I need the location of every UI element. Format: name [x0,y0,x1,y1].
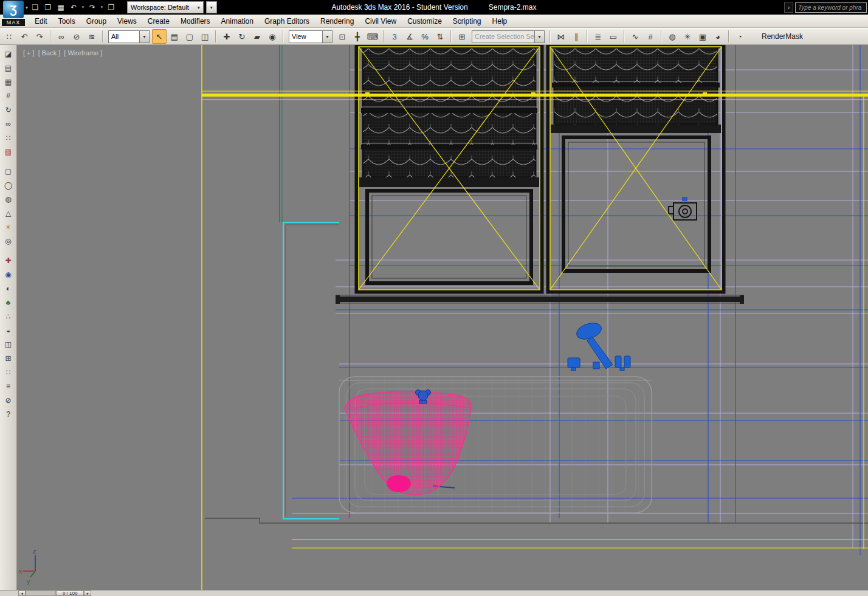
schematic-view-icon[interactable]: # [643,29,658,44]
viewport-menu-general[interactable]: [ + ] [23,49,35,57]
undo-flyout-icon[interactable]: ▾ [80,1,86,13]
light-tool-icon[interactable]: ☀ [2,221,15,233]
snaps-toggle-3d-icon[interactable]: 3 [387,29,402,44]
redo-icon[interactable]: ↷ [86,1,98,13]
select-and-rotate-icon[interactable]: ↻ [235,29,249,44]
no-render-icon[interactable]: ⊘ [2,394,15,406]
search-input[interactable] [795,2,867,13]
viewport-layout-icon[interactable]: ◪ [2,48,15,60]
paint-deform-icon[interactable]: ✚ [2,255,15,267]
new-file-icon[interactable]: ❏ [29,1,41,13]
3dsmax-logo-icon[interactable]: Ʒ [3,1,24,18]
menu-scripting[interactable]: Scripting [447,15,487,27]
menu-create[interactable]: Create [142,15,175,27]
rectangle-tool-icon[interactable]: ▢ [2,165,15,177]
time-slider-handle[interactable]: 0 / 100 [56,591,84,596]
window-crossing-icon[interactable]: ◫ [198,29,212,44]
table-icon[interactable]: ⊞ [2,352,15,365]
open-file-icon[interactable]: ❒ [42,1,54,13]
app-logo[interactable]: Ʒ MAX [2,1,25,27]
window-sill[interactable] [336,295,744,304]
pivot-icon[interactable]: ◉ [2,269,15,281]
spray-icon[interactable]: ∴ [2,310,15,323]
render-setup-icon[interactable]: ✳ [680,29,695,44]
sphere-tool-icon[interactable]: ◍ [2,193,15,205]
target-tool-icon[interactable]: ◎ [2,235,15,247]
select-by-name-icon[interactable]: ▤ [167,29,182,44]
grid-toggle-icon[interactable]: ▦ [2,76,15,88]
material-editor-icon[interactable]: ◍ [665,29,680,44]
cone-tool-icon[interactable]: △ [2,207,15,219]
render-preview-icon[interactable]: ▧ [2,146,15,158]
previous-frame-icon[interactable]: ◄ [18,591,26,596]
rectangular-selection-region-icon[interactable]: ▢ [182,29,197,44]
menu-group[interactable]: Group [81,15,112,27]
menu-tools[interactable]: Tools [53,15,81,27]
menu-modifiers[interactable]: Modifiers [175,15,216,27]
named-selection-sets-dropdown[interactable]: Create Selection Se ▾ [472,30,545,43]
undo-icon[interactable]: ↶ [67,1,80,13]
save-file-icon[interactable]: ▦ [55,1,67,13]
viewport-menu-pov[interactable]: [ Back ] [38,49,61,57]
lattice-icon[interactable]: # [2,90,15,102]
list-icon[interactable]: ≡ [2,380,15,392]
select-and-link-icon[interactable]: ∞ [54,29,69,44]
menu-civil-view[interactable]: Civil View [359,15,402,27]
edit-named-selection-sets-icon[interactable]: ⊞ [455,29,469,44]
render-production-icon[interactable]: ◕ [711,29,725,44]
use-pivot-point-center-icon[interactable]: ⊡ [335,29,350,44]
menu-edit[interactable]: Edit [29,15,53,27]
workspace-dropdown[interactable]: Workspace: Default ▾ [127,1,204,13]
next-frame-icon[interactable]: ► [84,591,91,596]
mirror-icon[interactable]: ⋈ [554,29,568,44]
keyboard-shortcut-override-icon[interactable]: ⌨ [365,29,380,44]
search-expand-icon[interactable]: › [784,2,793,13]
reference-coordinate-system-dropdown[interactable]: View ▾ [289,30,332,43]
wall-outline-cyan[interactable] [280,45,339,519]
menu-graph-editors[interactable]: Graph Editors [259,15,315,27]
undo-icon[interactable]: ↶ [17,29,32,44]
ellipse-tool-icon[interactable]: ◯ [2,179,15,191]
manage-layers-icon[interactable]: ≣ [591,29,605,44]
material-sphere-icon[interactable]: ◐ [2,283,15,295]
curve-editor-icon[interactable]: ∿ [628,29,642,44]
rendered-frame-window-icon[interactable]: ▣ [695,29,710,44]
select-and-place-icon[interactable]: ◉ [265,29,280,44]
select-and-manipulate-icon[interactable]: ╋ [350,29,365,44]
window-tool-icon[interactable]: ◫ [2,338,15,351]
render-iterative-icon[interactable]: ◔ [732,29,747,44]
select-object-icon[interactable]: ↖ [152,29,167,44]
app-menu-caret-icon[interactable]: ▾ [26,5,28,10]
percent-snap-icon[interactable]: % [418,29,432,44]
selection-filter-dropdown[interactable]: All ▾ [108,30,150,43]
menu-rendering[interactable]: Rendering [315,15,359,27]
select-and-move-icon[interactable]: ✚ [219,29,234,44]
unlink-selection-icon[interactable]: ⊘ [69,29,84,44]
menu-animation[interactable]: Animation [216,15,259,27]
graphite-ribbon-icon[interactable]: ▭ [606,29,621,44]
workspace-flyout-button[interactable]: ▾ [206,1,217,13]
redo-icon[interactable]: ↷ [32,29,47,44]
angle-snap-icon[interactable]: ∡ [402,29,417,44]
viewport-menu-shading[interactable]: [ Wireframe ] [64,49,102,57]
project-folder-icon[interactable]: ❐ [105,1,117,13]
shell-icon[interactable]: ◒ [2,324,15,337]
foliage-icon[interactable]: ♣ [2,296,15,309]
viewport-canvas[interactable]: z x y [17,45,868,590]
arc-rotate-icon[interactable]: ↻ [2,104,15,116]
link-icon[interactable]: ∞ [2,118,15,130]
menu-help[interactable]: Help [487,15,513,27]
scene-explorer-icon[interactable]: ▤ [2,62,15,74]
spinner-snap-icon[interactable]: ⇅ [433,29,447,44]
bind-to-space-warp-icon[interactable]: ≋ [84,29,99,44]
select-and-uniform-scale-icon[interactable]: ▰ [250,29,264,44]
menu-customize[interactable]: Customize [402,15,447,27]
faucet-set[interactable] [568,320,630,371]
menu-views[interactable]: Views [112,15,142,27]
time-slider-track[interactable] [26,591,56,596]
redo-flyout-icon[interactable]: ▾ [99,1,105,13]
align-icon[interactable]: ∥ [569,29,584,44]
toolbar-grip-icon[interactable]: ∷ [2,29,16,44]
help-icon[interactable]: ? [2,408,15,420]
viewport[interactable]: [ + ] [ Back ] [ Wireframe ] [17,45,868,590]
